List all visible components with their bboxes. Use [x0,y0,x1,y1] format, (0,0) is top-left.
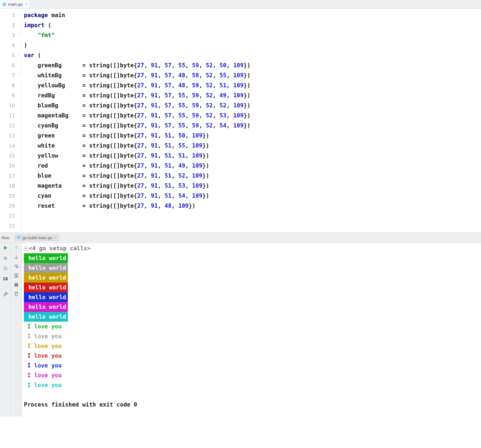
console-output[interactable]: +<4 go setup calls> hello world hello wo… [22,243,481,417]
stop-icon[interactable] [3,255,8,261]
editor-tab-main-go[interactable]: main.go × [0,0,30,8]
svg-rect-16 [15,283,17,284]
go-file-icon [17,235,21,240]
svg-rect-12 [6,267,7,270]
fold-mark-icon[interactable]: ▾ [17,72,20,75]
run-config-label: go build main.go [23,235,52,240]
code-editor: 12345678910111213141516171819202122 ▾ ▴ … [0,9,481,233]
close-icon[interactable]: × [54,236,56,240]
editor-tab-label: main.go [8,2,23,7]
svg-rect-15 [6,277,8,280]
rerun-icon[interactable] [3,245,8,251]
go-file-icon [2,2,7,7]
svg-point-5 [17,235,21,239]
fold-column: ▾ ▴ ▾ [17,9,20,232]
run-toolbar-right [11,243,22,417]
svg-point-4 [5,4,5,4]
fold-mark-icon[interactable]: ▴ [17,52,20,55]
svg-rect-11 [4,267,5,270]
down-arrow-icon[interactable] [14,254,19,260]
line-number-gutter: 12345678910111213141516171819202122 ▾ ▴ … [0,9,21,232]
svg-point-9 [19,237,20,237]
run-toolbar-left [0,243,11,417]
run-config-tab[interactable]: go build main.go × [15,234,59,241]
layout-icon[interactable] [3,276,8,281]
pause-icon[interactable] [3,266,8,271]
toolbar-separator [2,286,8,287]
run-panel-body: +<4 go setup calls> hello world hello wo… [0,243,481,417]
code-content[interactable]: package mainimport ( "fmt")var ( greenBg… [21,9,481,232]
print-icon[interactable] [14,282,19,287]
trash-icon[interactable] [14,291,19,297]
svg-rect-10 [4,257,7,260]
editor-tabbar: main.go × [0,0,481,9]
fold-mark-icon[interactable]: ▾ [17,32,20,35]
svg-rect-18 [15,285,17,287]
expand-icon[interactable]: + [24,247,28,251]
svg-point-0 [2,2,6,6]
svg-point-8 [18,237,18,237]
run-panel-header: Run: go build main.go × [0,233,481,243]
up-arrow-icon[interactable] [14,245,19,251]
close-icon[interactable]: × [24,2,27,6]
svg-rect-14 [3,279,5,280]
soft-wrap-icon[interactable] [14,264,19,269]
scroll-to-end-icon[interactable] [14,273,19,278]
pin-icon[interactable] [3,292,8,297]
svg-rect-13 [3,277,5,279]
run-panel-label: Run: [2,235,12,240]
svg-point-3 [4,4,4,4]
